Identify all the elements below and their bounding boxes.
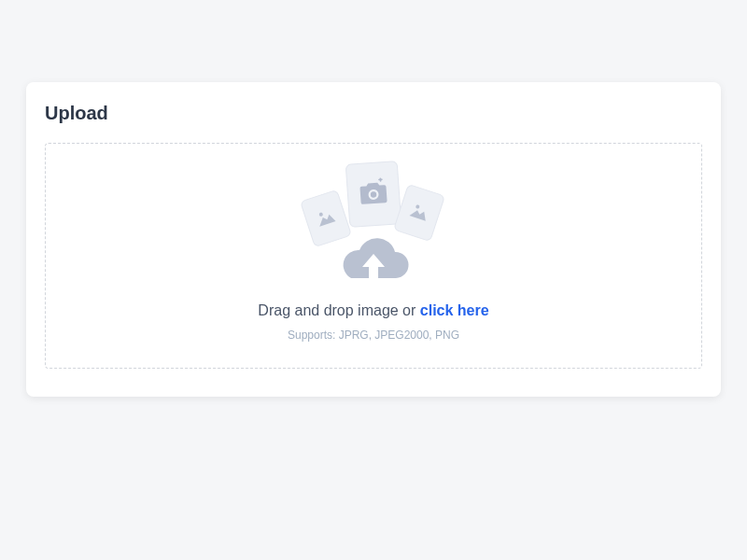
svg-point-0 bbox=[318, 212, 323, 217]
click-here-link[interactable]: click here bbox=[420, 302, 489, 318]
photo-icon bbox=[313, 204, 339, 232]
photo-icon bbox=[406, 199, 432, 227]
dropzone-prompt-text: Drag and drop image or bbox=[258, 302, 419, 318]
image-card-middle bbox=[345, 161, 402, 228]
upload-card: Upload bbox=[26, 82, 721, 397]
dropzone-instruction: Drag and drop image or click here bbox=[64, 302, 683, 319]
card-title: Upload bbox=[45, 103, 702, 124]
cloud-upload-icon bbox=[327, 237, 420, 291]
dropzone-support-text: Supports: JPRG, JPEG2000, PNG bbox=[64, 329, 683, 342]
camera-plus-icon bbox=[357, 177, 390, 211]
upload-dropzone[interactable]: Drag and drop image or click here Suppor… bbox=[45, 143, 702, 369]
image-card-right bbox=[393, 184, 445, 242]
upload-illustration bbox=[280, 161, 467, 291]
svg-point-3 bbox=[416, 204, 420, 209]
